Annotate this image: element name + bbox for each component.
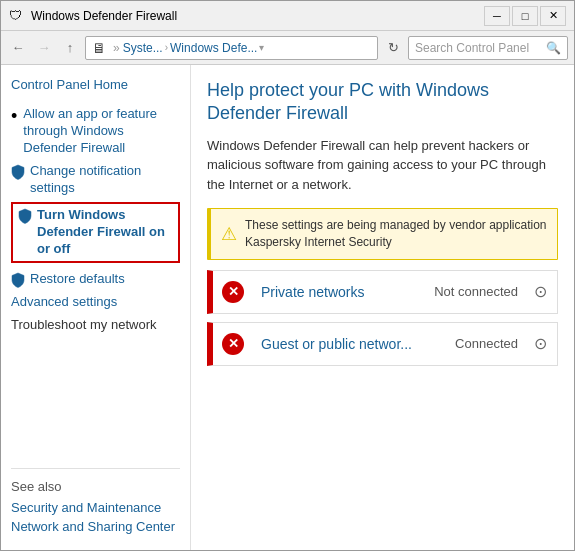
private-network-chevron[interactable]: ⊙ (524, 272, 557, 311)
private-network-status: Not connected (428, 274, 524, 309)
shield-icon-turn (18, 208, 32, 224)
title-bar-buttons: ─ □ ✕ (484, 6, 566, 26)
search-icon: 🔍 (546, 41, 561, 55)
sidebar-item-change-notification: Change notification settings (11, 163, 180, 197)
refresh-button[interactable]: ↻ (382, 37, 404, 59)
advanced-settings-link[interactable]: Advanced settings (11, 294, 117, 311)
warning-text: These settings are being managed by vend… (245, 217, 547, 251)
search-placeholder: Search Control Panel (415, 41, 529, 55)
sidebar-item-advanced: Advanced settings (11, 294, 180, 311)
private-network-card[interactable]: ✕ Private networks Not connected ⊙ (207, 270, 558, 314)
forward-button[interactable]: → (33, 37, 55, 59)
breadcrumb-sep1: » (113, 41, 120, 55)
public-network-name[interactable]: Guest or public networ... (253, 326, 449, 362)
search-box[interactable]: Search Control Panel 🔍 (408, 36, 568, 60)
window-title: Windows Defender Firewall (31, 9, 484, 23)
warning-icon: ⚠ (221, 223, 237, 245)
public-network-chevron[interactable]: ⊙ (524, 324, 557, 363)
sidebar-item-restore: Restore defaults (11, 271, 180, 288)
page-title: Help protect your PC with Windows Defend… (207, 79, 558, 126)
breadcrumb[interactable]: 🖥 » Syste... › Windows Defe... ▾ (85, 36, 378, 60)
breadcrumb-arrow: › (165, 42, 168, 53)
allow-app-link[interactable]: Allow an app or feature through Windows … (23, 106, 180, 157)
maximize-button[interactable]: □ (512, 6, 538, 26)
public-network-icon-area: ✕ (213, 323, 253, 365)
troubleshoot-link[interactable]: Troubleshoot my network (11, 317, 156, 334)
public-network-x-icon: ✕ (222, 333, 244, 355)
shield-icon-notification (11, 164, 25, 180)
public-network-status: Connected (449, 326, 524, 361)
sidebar-spacer (11, 340, 180, 468)
breadcrumb-defender[interactable]: Windows Defe... (170, 41, 257, 55)
shield-icon-restore (11, 272, 25, 288)
change-notification-link[interactable]: Change notification settings (30, 163, 180, 197)
private-network-x-icon: ✕ (222, 281, 244, 303)
sidebar-item-allow-app: • Allow an app or feature through Window… (11, 106, 180, 157)
window-icon: 🛡 (9, 8, 25, 24)
see-also-security[interactable]: Security and Maintenance (11, 500, 180, 515)
public-network-card[interactable]: ✕ Guest or public networ... Connected ⊙ (207, 322, 558, 366)
main-window: 🛡 Windows Defender Firewall ─ □ ✕ ← → ↑ … (0, 0, 575, 551)
private-network-name[interactable]: Private networks (253, 274, 428, 310)
warning-banner: ⚠ These settings are being managed by ve… (207, 208, 558, 260)
turn-on-off-link[interactable]: Turn Windows Defender Firewall on or off (37, 207, 173, 258)
sidebar-item-troubleshoot: Troubleshoot my network (11, 317, 180, 334)
main-content: Control Panel Home • Allow an app or fea… (1, 65, 574, 550)
sidebar: Control Panel Home • Allow an app or fea… (1, 65, 191, 550)
control-panel-home-link[interactable]: Control Panel Home (11, 77, 180, 92)
see-also-network[interactable]: Network and Sharing Center (11, 519, 180, 534)
bullet-icon: • (11, 107, 17, 125)
address-bar: ← → ↑ 🖥 » Syste... › Windows Defe... ▾ ↻… (1, 31, 574, 65)
breadcrumb-dropdown[interactable]: ▾ (259, 42, 264, 53)
back-button[interactable]: ← (7, 37, 29, 59)
content-area: Help protect your PC with Windows Defend… (191, 65, 574, 550)
sidebar-item-turn-on-off-highlighted: Turn Windows Defender Firewall on or off (11, 202, 180, 263)
content-description: Windows Defender Firewall can help preve… (207, 136, 558, 195)
minimize-button[interactable]: ─ (484, 6, 510, 26)
close-button[interactable]: ✕ (540, 6, 566, 26)
restore-defaults-link[interactable]: Restore defaults (30, 271, 125, 288)
title-bar: 🛡 Windows Defender Firewall ─ □ ✕ (1, 1, 574, 31)
breadcrumb-icon: 🖥 (92, 40, 106, 56)
see-also-label: See also (11, 479, 180, 494)
private-network-icon-area: ✕ (213, 271, 253, 313)
see-also-section: See also Security and Maintenance Networ… (11, 468, 180, 538)
up-button[interactable]: ↑ (59, 37, 81, 59)
breadcrumb-syste[interactable]: Syste... (123, 41, 163, 55)
